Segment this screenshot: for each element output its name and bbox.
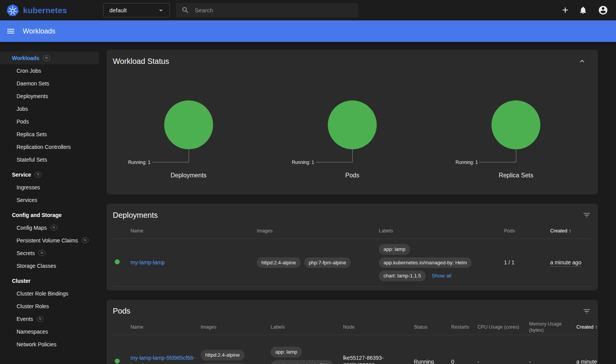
page-title: Workloads [23, 27, 55, 35]
deployments-title: Deployments [113, 211, 158, 220]
labels-cell: app: lamp pod-template-hash: 5fd985cf68 [271, 342, 343, 364]
sidebar-item-label: Persistent Volume Claims [17, 237, 78, 244]
node-cell: lke55127-86393-622f8d09399a [343, 354, 414, 364]
pods-table: Name Images Labels Node Status Restarts … [107, 320, 598, 364]
sidebar-item-deployments[interactable]: Deployments [0, 90, 99, 102]
column-header-created[interactable]: Created↑ [576, 324, 598, 331]
deployments-table: Name Images Labels Pods Created↑ my-lamp… [107, 224, 598, 291]
filter-button[interactable] [583, 307, 591, 316]
label-chip: pod-template-hash: 5fd985cf68 [271, 360, 334, 364]
sidebar-item-pods[interactable]: Pods [0, 115, 99, 128]
sidebar-item-daemon-sets[interactable]: Daemon Sets [0, 77, 99, 90]
images-cell: httpd:2.4-alpine php:7-fpm-alpine [201, 345, 271, 364]
column-header-name[interactable]: Name [131, 228, 257, 234]
sidebar-item-cluster-roles[interactable]: Cluster Roles [0, 300, 99, 312]
deployments-table-header: Name Images Labels Pods Created↑ [113, 224, 592, 239]
legend-connector-line [152, 162, 189, 162]
column-header-pods[interactable]: Pods [504, 228, 550, 234]
namespaced-badge: N [82, 237, 89, 243]
sidebar-item-events[interactable]: Events N [0, 312, 99, 325]
deployment-link[interactable]: my-lamp-lamp [131, 259, 165, 265]
name-cell: my-lamp-lamp [131, 259, 257, 266]
pod-link[interactable]: my-lamp-lamp-5fd985cf68-jwvz4 [131, 355, 195, 364]
notifications-button[interactable] [579, 6, 588, 15]
cpu-usage-cell: - [477, 358, 529, 364]
sidebar-item-network-policies[interactable]: Network Policies [0, 338, 99, 351]
sidebar-item-label: Service [12, 172, 31, 178]
sort-asc-icon: ↑ [595, 324, 598, 330]
page-toolbar: Workloads [0, 20, 616, 42]
label-chip: app: lamp [271, 347, 302, 357]
column-header-cpu-usage[interactable]: CPU Usage (cores) [477, 324, 529, 330]
sidebar-item-replication-controllers[interactable]: Replication Controllers [0, 140, 99, 153]
sidebar-item-secrets[interactable]: Secrets N [0, 247, 99, 259]
sidebar-item-cron-jobs[interactable]: Cron Jobs [0, 64, 99, 77]
column-header-node[interactable]: Node [343, 324, 414, 330]
sidebar-item-label: Namespaces [17, 329, 48, 335]
sidebar-item-cluster[interactable]: Cluster [0, 274, 99, 287]
column-header-labels[interactable]: Labels [379, 228, 504, 234]
column-header-restarts[interactable]: Restarts [451, 324, 477, 330]
sidebar-item-config-and-storage[interactable]: Config and Storage [0, 209, 99, 221]
namespace-selector[interactable]: default [103, 3, 170, 17]
chart-legend: Running: 1 [128, 155, 151, 165]
legend-connector-line [352, 149, 353, 162]
create-resource-button[interactable]: + [562, 5, 568, 15]
sidebar-item-stateful-sets[interactable]: Stateful Sets [0, 153, 99, 166]
sidebar-item-label: Config Maps [17, 225, 47, 231]
kubernetes-brand[interactable]: kubernetes [6, 4, 67, 17]
sidebar-item-storage-classes[interactable]: Storage Classes [0, 259, 99, 272]
show-all-link[interactable]: Show all [432, 272, 452, 279]
sidebar-item-service[interactable]: Service N [0, 168, 99, 181]
image-chip: php:7-fpm-alpine [304, 257, 351, 268]
sidebar-item-label: Config and Storage [12, 212, 62, 218]
sidebar-item-label: Cluster Role Bindings [17, 291, 69, 297]
status-text-cell: Running [414, 358, 451, 364]
sidebar-item-label: Deployments [17, 93, 48, 99]
chevron-down-icon [156, 6, 166, 15]
column-header-name[interactable]: Name [131, 324, 201, 330]
replica-sets-pie-chart [492, 100, 541, 149]
relative-time: a minute ago [576, 359, 598, 364]
hamburger-icon [6, 27, 15, 36]
sidebar-item-label: Stateful Sets [17, 157, 47, 163]
sidebar-item-ingresses[interactable]: Ingresses [0, 181, 99, 194]
sidebar-item-label: Pods [17, 119, 29, 125]
sidebar-item-workloads[interactable]: Workloads N [0, 52, 99, 64]
sidebar-item-label: Workloads [12, 55, 39, 61]
sidebar-item-label: Secrets [17, 250, 35, 256]
sidebar-item-config-maps[interactable]: Config Maps N [0, 221, 99, 234]
menu-toggle-button[interactable] [6, 27, 15, 36]
column-header-memory-usage[interactable]: Memory Usage (bytes) [529, 321, 576, 334]
column-header-created[interactable]: Created↑ [550, 228, 592, 234]
search-input[interactable] [195, 7, 354, 13]
sidebar-item-label: Replication Controllers [17, 144, 71, 150]
pods-count-cell: 1 / 1 [504, 259, 550, 266]
sidebar-item-label: Cron Jobs [17, 68, 41, 74]
account-button[interactable] [598, 5, 608, 15]
sidebar-item-label: Replica Sets [17, 131, 47, 137]
sidebar-item-namespaces[interactable]: Namespaces [0, 325, 99, 338]
sidebar-item-services[interactable]: Services [0, 194, 99, 206]
sidebar-item-replica-sets[interactable]: Replica Sets [0, 128, 99, 140]
legend-connector-line [479, 162, 516, 162]
sidebar-item-label: Services [17, 197, 37, 203]
namespaced-badge: N [43, 55, 50, 61]
filter-button[interactable] [583, 211, 591, 219]
column-header-status[interactable]: Status [414, 324, 451, 330]
chart-title: Pods [270, 172, 434, 179]
legend-connector-line [516, 149, 516, 162]
restarts-cell: 0 [451, 358, 477, 364]
sidebar-item-jobs[interactable]: Jobs [0, 102, 99, 115]
sidebar-item-label: Cluster Roles [17, 303, 49, 309]
collapse-card-button[interactable] [578, 57, 586, 65]
column-header-images[interactable]: Images [201, 324, 271, 330]
column-header-images[interactable]: Images [257, 228, 379, 234]
sidebar-item-label: Events [17, 316, 33, 322]
brand-name: kubernetes [23, 6, 67, 15]
table-row: my-lamp-lamp-5fd985cf68-jwvz4 httpd:2.4-… [113, 335, 592, 364]
sidebar-item-cluster-role-bindings[interactable]: Cluster Role Bindings [0, 287, 99, 300]
legend-connector-line [189, 149, 189, 162]
column-header-labels[interactable]: Labels [271, 324, 343, 330]
sidebar-item-persistent-volume-claims[interactable]: Persistent Volume Claims N [0, 234, 99, 247]
